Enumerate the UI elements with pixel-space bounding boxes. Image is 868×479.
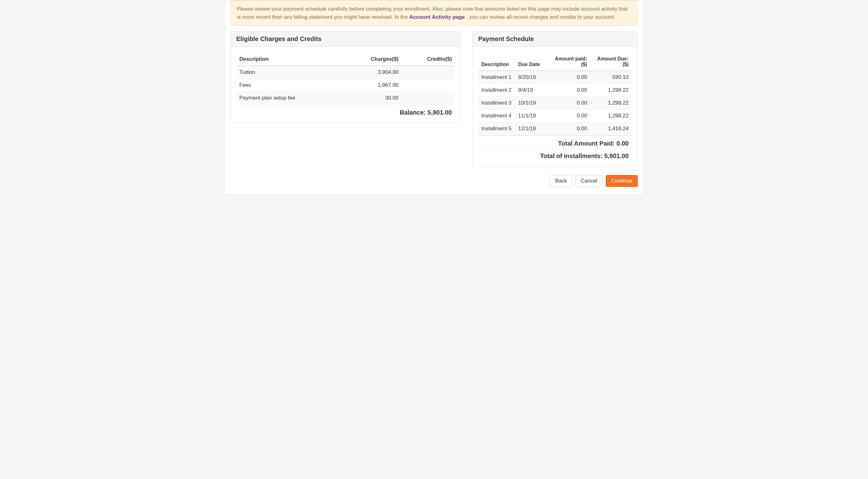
charges-header-charges: Charges($) — [343, 53, 401, 66]
installment-description: Installment 2 — [478, 84, 515, 97]
installment-amount-paid: 0.00 — [549, 84, 590, 97]
charge-description: Payment plan setup fee — [236, 92, 343, 104]
total-installments: Total of installments: 5,901.00 — [478, 148, 632, 160]
schedule-header-amount-paid: Amount paid: ($) — [549, 53, 590, 71]
installment-description: Installment 1 — [478, 71, 515, 84]
charges-panel: Eligible Charges and Credits Description… — [230, 31, 461, 123]
installment-amount-paid: 0.00 — [549, 71, 590, 84]
table-row: Installment 5 12/1/19 0.00 1,416.24 — [478, 122, 632, 135]
installment-due-date: 8/20/19 — [515, 71, 549, 84]
installment-due-date: 9/4/19 — [515, 84, 549, 97]
continue-button[interactable]: Continue — [606, 175, 638, 187]
installment-amount-paid: 0.00 — [549, 110, 590, 122]
panels-container: Eligible Charges and Credits Description… — [225, 31, 643, 171]
back-button[interactable]: Back — [550, 175, 572, 187]
button-bar: Back Cancel Continue — [225, 171, 643, 194]
schedule-panel-title: Payment Schedule — [472, 32, 638, 47]
table-row: Installment 4 11/1/19 0.00 1,298.22 — [478, 110, 632, 122]
installment-due-date: 10/1/19 — [515, 97, 549, 110]
installment-description: Installment 4 — [478, 110, 515, 122]
installment-description: Installment 3 — [478, 97, 515, 110]
table-row: Installment 2 9/4/19 0.00 1,298.22 — [478, 84, 632, 97]
installment-amount-due: 1,416.24 — [590, 122, 632, 135]
installment-amount-due: 1,298.22 — [590, 84, 632, 97]
installment-amount-paid: 0.00 — [549, 97, 590, 110]
page-wrapper: Please review your payment schedule care… — [224, 0, 644, 195]
credit-amount — [401, 66, 455, 79]
charges-header-description: Description — [236, 53, 343, 66]
table-row: Installment 3 10/1/19 0.00 1,298.22 — [478, 97, 632, 110]
installment-due-date: 11/1/19 — [515, 110, 549, 122]
schedule-table: Description Due Date Amount paid: ($) Am… — [478, 53, 632, 135]
installment-amount-due: 1,298.22 — [590, 97, 632, 110]
installment-description: Installment 5 — [478, 122, 515, 135]
charge-description: Tuition — [236, 66, 343, 79]
table-row: Tuition 3,904.00 — [236, 66, 455, 79]
notice-banner: Please review your payment schedule care… — [230, 0, 638, 26]
credit-amount — [401, 79, 455, 92]
installment-amount-due: 1,298.22 — [590, 110, 632, 122]
installment-due-date: 12/1/19 — [515, 122, 549, 135]
charges-panel-title: Eligible Charges and Credits — [230, 32, 461, 47]
table-row: Payment plan setup fee 30.00 — [236, 92, 455, 104]
total-amount-paid: Total Amount Paid: 0.00 — [478, 135, 632, 148]
balance-total: Balance: 5,901.00 — [236, 104, 455, 117]
notice-text-after: , you can review all recent charges and … — [465, 14, 615, 20]
charge-amount: 30.00 — [343, 92, 401, 104]
charges-panel-body: Description Charges($) Credits($) Tuitio… — [230, 47, 461, 122]
schedule-panel: Payment Schedule Description Due Date Am… — [472, 31, 638, 166]
table-row: Installment 1 8/20/19 0.00 590.10 — [478, 71, 632, 84]
account-activity-link[interactable]: Account Activity page — [409, 14, 465, 20]
charge-amount: 1,967.00 — [343, 79, 401, 92]
installment-amount-paid: 0.00 — [549, 122, 590, 135]
charge-amount: 3,904.00 — [343, 66, 401, 79]
schedule-header-due-date: Due Date — [515, 53, 549, 71]
charges-table: Description Charges($) Credits($) Tuitio… — [236, 53, 455, 104]
table-row: Fees 1,967.00 — [236, 79, 455, 92]
schedule-tbody: Installment 1 8/20/19 0.00 590.10 Instal… — [478, 71, 632, 135]
schedule-panel-body: Description Due Date Amount paid: ($) Am… — [472, 47, 638, 166]
schedule-header-description: Description — [478, 53, 515, 71]
schedule-header-amount-due: Amount Due: ($) — [590, 53, 632, 71]
charge-description: Fees — [236, 79, 343, 92]
charges-tbody: Tuition 3,904.00 Fees 1,967.00 Payment p… — [236, 66, 455, 104]
credit-amount — [401, 92, 455, 104]
charges-header-credits: Credits($) — [401, 53, 455, 66]
cancel-button[interactable]: Cancel — [576, 175, 603, 187]
installment-amount-due: 590.10 — [590, 71, 632, 84]
